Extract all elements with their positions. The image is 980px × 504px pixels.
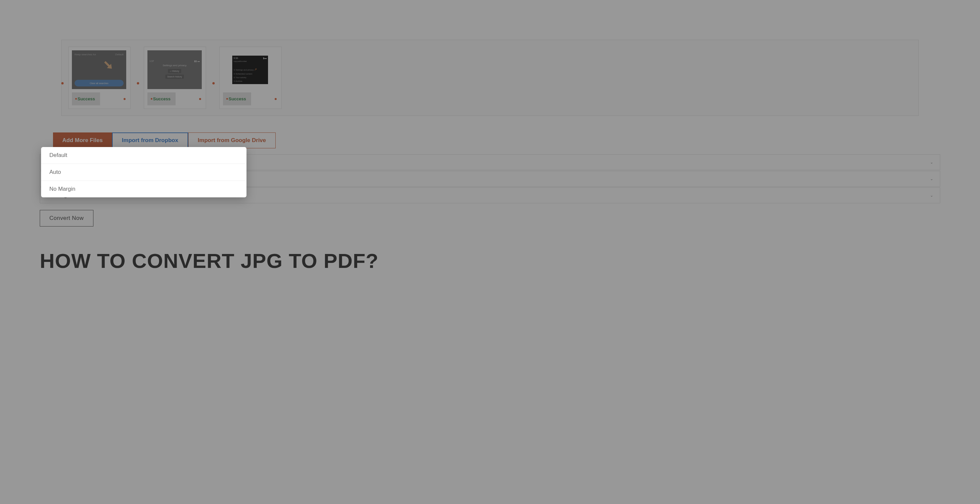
dropdown-menu: Default Auto No Margin [41,147,247,197]
dropdown-option-auto[interactable]: Auto [41,164,247,181]
modal-overlay[interactable] [0,0,980,504]
dropdown-option-no-margin[interactable]: No Margin [41,181,247,197]
dropdown-option-default[interactable]: Default [41,147,247,164]
